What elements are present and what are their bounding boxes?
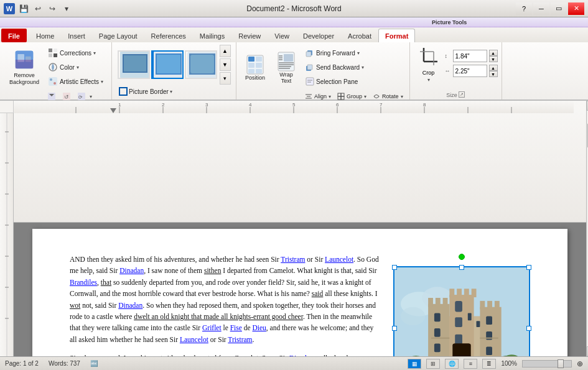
- position-label: Position: [245, 75, 265, 81]
- link-tristram-1[interactable]: Tristram: [281, 256, 305, 263]
- web-layout-view-button[interactable]: 🌐: [445, 359, 459, 369]
- svg-rect-41: [256, 69, 262, 73]
- text-dwelt: dwelt an old knight that made all knight…: [134, 313, 303, 320]
- height-down-button[interactable]: ▼: [489, 56, 498, 62]
- tab-insert[interactable]: Insert: [61, 29, 92, 42]
- gallery-thumb-3[interactable]: [185, 50, 217, 79]
- document-paragraph-2: Sirs, he answered, I saw him not sithen …: [70, 353, 381, 356]
- send-backward-button[interactable]: Send Backward ▾: [302, 60, 406, 74]
- link-dinadan-3[interactable]: Dinadan: [289, 354, 314, 356]
- help-button[interactable]: ?: [516, 2, 532, 15]
- corrections-button[interactable]: Corrections ▾: [45, 46, 106, 60]
- page-content: AND then they asked him of his adventure…: [70, 254, 530, 356]
- doc-wrapper: 1 2 3 4 5 6 7 8: [14, 101, 586, 356]
- artistic-effects-arrow: ▾: [101, 79, 103, 85]
- selection-pane-button[interactable]: Selection Pane: [302, 75, 406, 88]
- left-panel: [0, 101, 14, 356]
- svg-point-11: [50, 78, 52, 81]
- handle-top-mid[interactable]: [459, 265, 464, 270]
- zoom-slider[interactable]: [522, 360, 572, 368]
- handle-mid-left[interactable]: [392, 326, 397, 331]
- tab-page-layout[interactable]: Page Layout: [92, 29, 144, 42]
- full-screen-view-button[interactable]: ⊞: [426, 359, 440, 369]
- word-logo: W: [4, 3, 15, 14]
- tab-container: Picture Tools File Home Insert Page Layo…: [0, 17, 588, 42]
- tab-developer[interactable]: Developer: [296, 29, 341, 42]
- crop-button[interactable]: Crop ▾: [414, 45, 444, 83]
- tab-view[interactable]: View: [268, 29, 296, 42]
- ribbon-tabs: File Home Insert Page Layout References …: [0, 27, 588, 42]
- height-up-button[interactable]: ▲: [489, 50, 498, 56]
- link-dieu[interactable]: Dieu: [253, 324, 266, 331]
- gallery-down-button[interactable]: ▼: [220, 58, 231, 71]
- svg-rect-112: [495, 301, 500, 310]
- width-input[interactable]: [453, 65, 487, 77]
- svg-rect-136: [477, 321, 480, 327]
- link-tristram-2[interactable]: Tristram: [228, 336, 252, 343]
- print-layout-view-button[interactable]: ▦: [408, 359, 421, 369]
- size-inputs: ↕ ▲ ▼ ↔ ▲ ▼: [445, 45, 498, 77]
- bring-forward-button[interactable]: Bring Forward ▾: [302, 46, 406, 60]
- gallery-thumb-2[interactable]: [151, 50, 184, 79]
- gallery-more-button[interactable]: ▾: [220, 72, 231, 85]
- remove-background-button[interactable]: RemoveBackground: [5, 45, 44, 91]
- gallery-items: [118, 50, 217, 79]
- zoom-in-button[interactable]: ⊕: [577, 359, 583, 368]
- draft-view-button[interactable]: ≣: [482, 359, 496, 369]
- link-griflet[interactable]: Griflet: [202, 324, 222, 331]
- tab-references[interactable]: References: [144, 29, 193, 42]
- minimize-button[interactable]: ─: [533, 2, 549, 15]
- artistic-effects-button[interactable]: Artistic Effects ▾: [45, 75, 106, 88]
- tab-format[interactable]: Format: [378, 29, 415, 42]
- undo-qat-button[interactable]: ↩: [32, 2, 44, 15]
- handle-top-left[interactable]: [392, 265, 397, 270]
- wrap-text-label: Wrap Text: [274, 72, 298, 84]
- window-title: Document2 - Microsoft Word: [246, 4, 342, 13]
- svg-rect-123: [455, 335, 462, 345]
- picture-tools-label: Picture Tools: [0, 17, 588, 27]
- restore-button[interactable]: ▭: [551, 2, 567, 15]
- link-dinadan-2[interactable]: Dinadan: [118, 302, 142, 309]
- tab-mailings[interactable]: Mailings: [193, 29, 231, 42]
- customize-qat-button[interactable]: ▾: [60, 2, 73, 15]
- link-fise[interactable]: Fise: [230, 324, 242, 331]
- handle-mid-right[interactable]: [526, 326, 531, 331]
- redo-qat-button[interactable]: ↪: [46, 2, 58, 15]
- width-up-button[interactable]: ▲: [489, 65, 498, 71]
- image-container[interactable]: [393, 266, 530, 356]
- picture-border-button[interactable]: Picture Border ▾: [116, 85, 175, 98]
- gallery-up-button[interactable]: ▲: [220, 45, 231, 57]
- gallery-thumb-1[interactable]: [118, 50, 150, 79]
- color-label: Color: [60, 64, 75, 71]
- outline-view-button[interactable]: ≡: [464, 359, 477, 369]
- arrange-right-col: Bring Forward ▾ Send Backward ▾ Selectio…: [302, 45, 406, 103]
- color-button[interactable]: Color ▾: [45, 60, 106, 74]
- size-label-row: Size ↗: [446, 91, 465, 98]
- page-area[interactable]: AND then they asked him of his adventure…: [14, 223, 586, 356]
- link-launcelot-1[interactable]: Launcelot: [325, 256, 353, 263]
- handle-top-right[interactable]: [526, 265, 531, 270]
- svg-rect-10: [49, 77, 57, 86]
- save-qat-button[interactable]: 💾: [17, 2, 30, 15]
- zoom-thumb[interactable]: [558, 359, 564, 368]
- tab-review[interactable]: Review: [231, 29, 268, 42]
- document-area: 1 2 3 4 5 6 7 8: [0, 101, 588, 356]
- position-button[interactable]: Position: [240, 45, 270, 91]
- size-group: Crop ▾ ↕ ▲ ▼ ↔ ▲ ▼: [410, 42, 502, 99]
- tab-home[interactable]: Home: [29, 29, 61, 42]
- corrections-label: Corrections: [60, 50, 91, 57]
- svg-rect-52: [306, 52, 311, 57]
- link-dinadan-1[interactable]: Dinadan: [119, 267, 144, 274]
- rotation-handle[interactable]: [459, 254, 465, 260]
- wrap-text-button[interactable]: Wrap Text: [271, 45, 301, 91]
- link-brandiles[interactable]: Brandiles: [70, 279, 97, 286]
- size-expand[interactable]: ↗: [459, 91, 465, 98]
- height-input[interactable]: [453, 50, 487, 62]
- tab-acrobat[interactable]: Acrobat: [341, 29, 378, 42]
- link-launcelot-2[interactable]: Launcelot: [180, 336, 208, 343]
- width-down-button[interactable]: ▼: [489, 71, 498, 77]
- ribbon: RemoveBackground Corrections ▾ Color ▾: [0, 42, 588, 101]
- castle-image[interactable]: [393, 266, 530, 356]
- tab-file[interactable]: File: [1, 29, 27, 42]
- close-button[interactable]: ✕: [568, 2, 584, 15]
